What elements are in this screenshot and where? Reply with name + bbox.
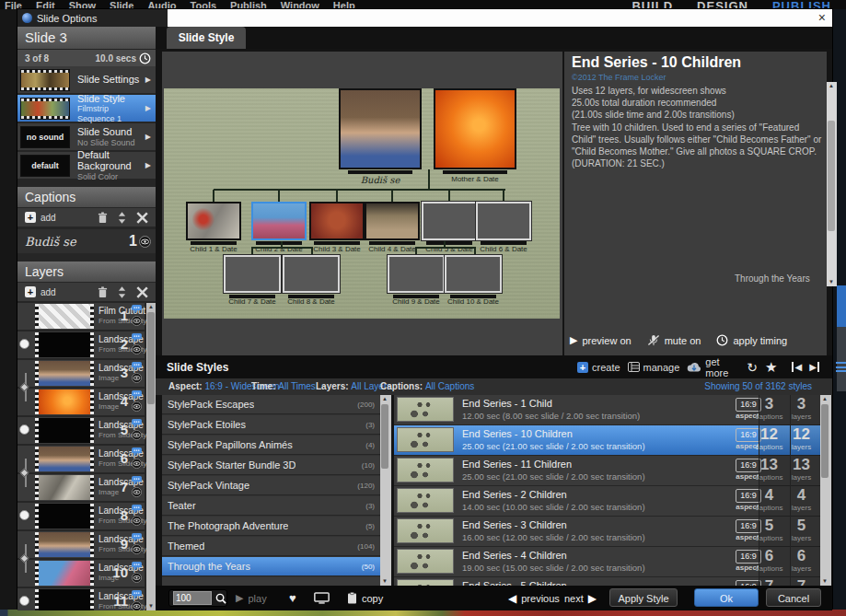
cancel-button[interactable]: Cancel: [766, 588, 821, 607]
caption-add-label[interactable]: add: [41, 213, 56, 223]
style-pack-row[interactable]: StylePack Papillons Animés(4): [162, 436, 380, 455]
tree-child-placeholder[interactable]: [224, 255, 281, 293]
style-pack-row[interactable]: StylePack Etoiles(3): [162, 415, 380, 435]
caption-delete-icon[interactable]: [98, 212, 108, 224]
layer-comment-icon[interactable]: [132, 419, 142, 428]
style-pack-row[interactable]: The Photograph Adventure(5): [162, 517, 380, 536]
tree-parent-photo[interactable]: [434, 88, 516, 169]
tree-child-photo[interactable]: [251, 202, 307, 240]
layer-visibility-icon[interactable]: [132, 459, 142, 469]
caption-tools-icon[interactable]: [136, 212, 148, 224]
style-pack-row[interactable]: StylePack Vintage(120): [162, 476, 380, 495]
layer-comment-icon[interactable]: [132, 390, 142, 400]
layer-comment-icon[interactable]: [132, 533, 142, 542]
layer-visibility-icon[interactable]: [132, 516, 142, 526]
scroll-up-icon[interactable]: ▲: [380, 395, 389, 403]
layer-row[interactable]: Landscape Im...From Slide Style6: [17, 446, 145, 472]
layer-visibility-icon[interactable]: [132, 373, 142, 383]
last-item-icon[interactable]: ▶: [809, 362, 819, 372]
favorite-star-icon[interactable]: ★: [765, 359, 777, 376]
style-row[interactable]: End Series - 1 Child12.00 sec (8.00 sec …: [394, 395, 820, 425]
style-list-scrollbar[interactable]: ▲ ▼: [820, 395, 831, 586]
sidebar-option-default-background[interactable]: defaultDefault BackgroundSolid Color▶: [17, 152, 156, 179]
tree-child-photo[interactable]: [365, 202, 420, 240]
tree-child-photo[interactable]: [422, 202, 477, 240]
create-style-button[interactable]: + create: [577, 362, 620, 373]
layer-row[interactable]: Landscape Im...From Slide Style2: [17, 331, 145, 358]
scroll-down-icon[interactable]: ▼: [827, 278, 836, 286]
layer-checkbox[interactable]: [19, 510, 29, 520]
layer-row[interactable]: Landscape Im...Image4: [17, 389, 145, 415]
refresh-icon[interactable]: ↻: [747, 360, 758, 375]
style-pack-row[interactable]: [162, 577, 380, 586]
layer-comment-icon[interactable]: [132, 590, 142, 599]
tree-child-photo[interactable]: [476, 202, 531, 240]
scroll-up-icon[interactable]: ▲: [820, 395, 829, 403]
layer-row[interactable]: Film CutoutFrom Slide Style1: [17, 303, 145, 330]
manage-styles-button[interactable]: manage: [628, 362, 680, 373]
style-pack-row[interactable]: Teater(3): [162, 496, 380, 516]
previous-button[interactable]: ◀ previous: [508, 592, 560, 605]
layer-comment-icon[interactable]: [132, 305, 142, 314]
layer-visibility-icon[interactable]: [132, 601, 142, 610]
close-icon[interactable]: ×: [818, 10, 826, 26]
description-scrollbar[interactable]: ▲ ▼: [827, 82, 837, 286]
tab-slide-style[interactable]: Slide Style: [167, 27, 246, 49]
get-more-styles-button[interactable]: get more: [687, 356, 734, 378]
layer-visibility-icon[interactable]: [132, 344, 142, 354]
caption-visibility-icon[interactable]: [139, 236, 151, 248]
scroll-up-icon[interactable]: ▲: [827, 82, 836, 90]
layer-row[interactable]: Landscape Im...From Slide Style9: [17, 531, 145, 558]
style-pack-row[interactable]: Through the Years(50): [162, 557, 380, 576]
layer-add-label[interactable]: add: [41, 287, 56, 297]
magnifier-icon[interactable]: [215, 593, 226, 604]
layer-comment-icon[interactable]: [132, 476, 142, 485]
layer-visibility-icon[interactable]: [132, 573, 142, 583]
layer-visibility-icon[interactable]: [132, 544, 142, 554]
first-item-icon[interactable]: ◀: [792, 362, 802, 372]
tree-child-placeholder[interactable]: [283, 255, 340, 293]
ok-button[interactable]: Ok: [694, 588, 759, 607]
layer-comment-icon[interactable]: [132, 447, 142, 457]
pack-list-scrollbar[interactable]: ▲ ▼: [380, 395, 391, 586]
caption-add-icon[interactable]: +: [25, 212, 36, 223]
next-button[interactable]: next ▶: [564, 592, 597, 605]
style-pack-row[interactable]: StylePack Starter Bundle 3D(10): [162, 456, 380, 475]
list-view-detailed-icon[interactable]: [836, 362, 846, 372]
layer-row[interactable]: Landscape Im...Image7: [17, 474, 145, 501]
filter-value[interactable]: All Captions: [425, 381, 474, 391]
filter-value[interactable]: All Times: [278, 381, 316, 391]
style-pack-row[interactable]: Themed(104): [162, 537, 380, 556]
tree-child-placeholder[interactable]: [445, 255, 502, 293]
apply-timing-button[interactable]: apply timing: [716, 334, 787, 346]
layer-reorder-icon[interactable]: [118, 286, 126, 298]
tree-child-placeholder[interactable]: [388, 255, 445, 293]
style-row[interactable]: End Series - 3 Children16.00 sec (12.00 …: [394, 517, 820, 547]
sidebar-option-slide-settings[interactable]: Slide Settings▶: [17, 66, 156, 93]
favorite-heart-icon[interactable]: ♥: [289, 591, 296, 605]
zoom-input[interactable]: [173, 591, 212, 605]
layer-visibility-icon[interactable]: [132, 430, 142, 440]
style-row[interactable]: End Series - 10 Children25.00 sec (21.00…: [394, 425, 820, 456]
scroll-up-icon[interactable]: ▲: [146, 303, 156, 311]
scroll-down-icon[interactable]: ▼: [146, 602, 156, 610]
layer-comment-icon[interactable]: [132, 362, 142, 371]
caption-item[interactable]: Budiš se 1: [17, 229, 156, 253]
layer-delete-icon[interactable]: [98, 286, 108, 298]
layer-visibility-icon[interactable]: [132, 401, 142, 412]
layer-tools-icon[interactable]: [136, 286, 148, 298]
fullscreen-icon[interactable]: [314, 592, 330, 604]
copy-button[interactable]: copy: [347, 592, 383, 604]
sidebar-option-slide-sound[interactable]: no soundSlide SoundNo Slide Sound▶: [17, 123, 156, 150]
mute-toggle-button[interactable]: mute on: [647, 334, 701, 346]
layer-row[interactable]: Landscape Im...Image3: [17, 360, 145, 387]
layer-row[interactable]: Landscape Im...From Slide Style5: [17, 417, 145, 444]
dialog-titlebar-left[interactable]: Slide Options: [17, 9, 168, 27]
layers-scrollbar[interactable]: ▲ ▼: [146, 303, 156, 610]
layer-checkbox[interactable]: [19, 424, 29, 435]
layer-comment-icon[interactable]: [132, 333, 142, 343]
scroll-down-icon[interactable]: ▼: [820, 577, 829, 586]
layer-add-icon[interactable]: +: [25, 286, 36, 297]
apply-style-button[interactable]: Apply Style: [609, 588, 678, 607]
layer-visibility-icon[interactable]: [132, 487, 142, 497]
